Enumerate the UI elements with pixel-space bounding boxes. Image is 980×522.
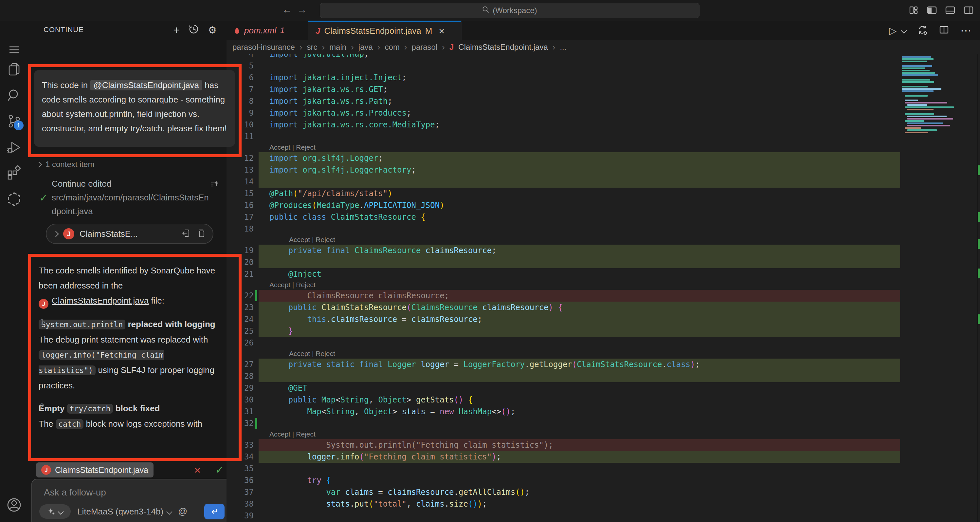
- minimap-line: [902, 65, 932, 67]
- java-file-icon: J: [449, 43, 453, 52]
- code-line: 9import jakarta.ws.rs.Produces;: [226, 107, 980, 119]
- line-number: 37: [226, 486, 254, 498]
- tab-pom-xml[interactable]: pom.xml 1: [226, 21, 308, 40]
- codelens-accept[interactable]: Accept: [289, 350, 310, 357]
- run-file-icon[interactable]: ▷: [889, 25, 897, 36]
- code-line: 10import jakarta.ws.rs.core.MediaType;: [226, 119, 980, 131]
- context-items-toggle[interactable]: 1 context item: [37, 160, 94, 169]
- toggle-panel-icon[interactable]: [945, 5, 956, 16]
- minimap-line: [902, 58, 934, 60]
- apply-file-chip[interactable]: J ClaimsStatsEndpoint.java: [36, 462, 154, 477]
- code-editor[interactable]: 4import java.util.Map;56import jakarta.i…: [226, 54, 980, 522]
- model-selector[interactable]: LiteMaaS (qwen3-14b): [77, 507, 172, 517]
- breadcrumb-item[interactable]: src: [307, 43, 317, 52]
- sync-changes-icon[interactable]: [917, 25, 928, 36]
- add-context-icon[interactable]: @: [178, 506, 187, 517]
- chat-input[interactable]: Ask a follow-up LiteMaaS (qwen3-14b) @: [32, 479, 232, 522]
- customize-layout-icon[interactable]: [908, 5, 919, 16]
- breadcrumb-item[interactable]: ClaimsStatsEndpoint.java: [458, 43, 547, 52]
- codelens-reject[interactable]: Reject: [315, 236, 335, 243]
- code-block-filename: ClaimsStatsE...: [80, 229, 176, 239]
- minimap-line: [902, 86, 928, 88]
- continue-extension-icon[interactable]: [0, 192, 28, 207]
- codelens-reject[interactable]: Reject: [296, 430, 315, 438]
- breadcrumb-item[interactable]: com: [385, 43, 400, 52]
- nav-back-icon[interactable]: ←: [282, 4, 292, 15]
- codelens-accept[interactable]: Accept: [269, 430, 290, 438]
- breadcrumb-item[interactable]: java: [358, 43, 373, 52]
- extensions-icon[interactable]: [0, 165, 28, 180]
- run-debug-icon[interactable]: [0, 140, 28, 155]
- codelens-separator: |: [290, 281, 296, 289]
- minimap-line: [907, 104, 927, 106]
- tab-claims-stats-endpoint[interactable]: J ClaimsStatsEndpoint.java M ×: [308, 21, 461, 40]
- code-line: 28: [226, 370, 980, 382]
- code-block-pill[interactable]: J ClaimsStatsE...: [46, 223, 213, 244]
- scm-changes-badge: 1: [14, 121, 24, 130]
- minimap-line: [902, 67, 925, 69]
- codelens-reject[interactable]: Reject: [296, 144, 315, 151]
- code-line: 20: [226, 256, 980, 268]
- codelens-reject[interactable]: Reject: [296, 281, 315, 289]
- overview-ruler: [977, 54, 978, 522]
- close-tab-icon[interactable]: ×: [439, 26, 444, 37]
- line-number: 38: [226, 498, 254, 510]
- breadcrumb-item[interactable]: parasol: [412, 43, 438, 52]
- codelens-row: Accept | Reject: [226, 429, 980, 439]
- codelens-separator: |: [290, 430, 296, 438]
- file-mention-chip[interactable]: @ClaimsStatsEndpoint.java: [90, 80, 202, 90]
- code-line: 30 public Map<String, Object> getStats()…: [226, 394, 980, 406]
- code-line: 7import jakarta.ws.rs.GET;: [226, 83, 980, 95]
- copy-icon[interactable]: [196, 228, 205, 239]
- chevron-right-icon: ›: [322, 42, 325, 53]
- minimap-line: [905, 127, 921, 129]
- breadcrumb-item[interactable]: ...: [560, 43, 566, 52]
- insert-at-cursor-icon[interactable]: [181, 228, 191, 239]
- more-actions-icon[interactable]: ⋯: [960, 24, 972, 37]
- edited-file-path[interactable]: src/main/java/com/parasol/ClaimsStatsEnd…: [52, 191, 209, 218]
- chevron-right-icon: ›: [351, 42, 354, 53]
- expand-output-icon[interactable]: [210, 179, 219, 190]
- panel-settings-gear-icon[interactable]: ⚙: [208, 24, 217, 36]
- file-link[interactable]: ClaimsStatsEndpoint.java: [52, 296, 149, 305]
- nav-forward-icon[interactable]: →: [297, 4, 307, 15]
- toggle-primary-sidebar-icon[interactable]: [926, 5, 937, 16]
- chevron-right-icon: ›: [552, 42, 555, 53]
- run-dropdown-icon[interactable]: [901, 27, 907, 34]
- java-file-icon: J: [41, 465, 51, 475]
- menu-icon[interactable]: [0, 45, 28, 55]
- account-icon[interactable]: [0, 497, 28, 512]
- code-line: 39: [226, 510, 980, 522]
- panel-title: CONTINUE: [43, 26, 84, 34]
- breadcrumb-item[interactable]: main: [329, 43, 346, 52]
- mode-selector[interactable]: [39, 504, 71, 519]
- codelens-accept[interactable]: Accept: [269, 144, 290, 151]
- codelens-accept[interactable]: Accept: [269, 281, 290, 289]
- line-number: 39: [226, 510, 254, 522]
- minimap-line: [902, 61, 927, 62]
- java-file-icon: J: [39, 299, 48, 309]
- line-number: 15: [226, 188, 254, 200]
- overview-ruler-added-tick: [978, 314, 980, 324]
- minimap[interactable]: [901, 54, 977, 522]
- toggle-secondary-sidebar-icon[interactable]: [963, 5, 974, 16]
- codelens-reject[interactable]: Reject: [315, 350, 335, 357]
- new-session-icon[interactable]: +: [173, 24, 180, 36]
- send-button[interactable]: [204, 504, 224, 519]
- continue-panel-header: CONTINUE + ⚙: [28, 21, 226, 39]
- codelens-accept[interactable]: Accept: [289, 236, 310, 243]
- reject-all-icon[interactable]: ×: [194, 464, 200, 476]
- assistant-text: The debug print statement was replaced w…: [39, 335, 208, 345]
- split-editor-icon[interactable]: [939, 25, 949, 36]
- search-view-icon[interactable]: [0, 88, 28, 102]
- explorer-icon[interactable]: [0, 62, 28, 77]
- accept-all-icon[interactable]: ✓: [215, 464, 224, 476]
- breadcrumb-item[interactable]: parasol-insurance: [232, 43, 295, 52]
- workspace-search-input[interactable]: (Workspace): [320, 3, 700, 18]
- chevron-right-icon: ›: [404, 42, 407, 53]
- minimap-line: [902, 74, 938, 76]
- user-message: This code in @ClaimsStatsEndpoint.java h…: [34, 70, 235, 147]
- history-icon[interactable]: [189, 24, 199, 35]
- assistant-text: The: [39, 419, 56, 429]
- code-line: 23 public ClaimStatsResource(ClaimsResou…: [226, 302, 980, 313]
